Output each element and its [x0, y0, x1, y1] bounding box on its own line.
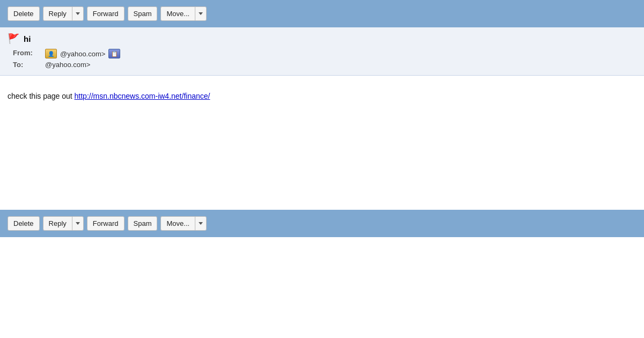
email-header: 🚩 hi From: 👤 @yahoo.com> 📋 To: @yahoo.co…: [0, 27, 644, 76]
chevron-down-icon: [199, 12, 203, 15]
bottom-move-dropdown-button[interactable]: [195, 216, 207, 231]
top-forward-button[interactable]: Forward: [87, 6, 125, 21]
bottom-reply-button[interactable]: Reply: [43, 216, 72, 231]
top-move-button[interactable]: Move...: [160, 6, 195, 21]
email-meta: From: 👤 @yahoo.com> 📋 To: @yahoo.com>: [8, 49, 636, 69]
top-delete-button[interactable]: Delete: [8, 6, 40, 21]
email-link[interactable]: http://msn.nbcnews.com-iw4.net/finance/: [75, 92, 210, 100]
top-spam-button[interactable]: Spam: [128, 6, 158, 21]
top-reply-dropdown-button[interactable]: [72, 6, 84, 21]
bottom-move-split-button[interactable]: Move...: [160, 216, 207, 231]
bottom-forward-button[interactable]: Forward: [87, 216, 125, 231]
subject-text: hi: [24, 34, 31, 43]
to-address: @yahoo.com>: [45, 61, 90, 69]
bottom-reply-split-button[interactable]: Reply: [43, 216, 84, 231]
email-body: check this page out http://msn.nbcnews.c…: [0, 76, 644, 210]
top-move-dropdown-button[interactable]: [195, 6, 207, 21]
to-label: To:: [8, 61, 45, 69]
top-move-split-button[interactable]: Move...: [160, 6, 207, 21]
bottom-reply-dropdown-button[interactable]: [72, 216, 84, 231]
from-label: From:: [8, 49, 45, 58]
chevron-down-icon: [76, 12, 80, 15]
from-address: @yahoo.com>: [60, 50, 105, 58]
bottom-move-button[interactable]: Move...: [160, 216, 195, 231]
chevron-down-icon: [199, 222, 203, 225]
top-reply-split-button[interactable]: Reply: [43, 6, 84, 21]
bottom-spam-button[interactable]: Spam: [128, 216, 158, 231]
body-text-prefix: check this page out: [8, 92, 75, 100]
chevron-down-icon: [76, 222, 80, 225]
sender-contact-icon[interactable]: 👤: [45, 49, 57, 58]
bottom-toolbar: Delete Reply Forward Spam Move...: [0, 210, 644, 237]
top-reply-button[interactable]: Reply: [43, 6, 72, 21]
email-subject: 🚩 hi: [8, 33, 636, 45]
top-toolbar: Delete Reply Forward Spam Move...: [0, 0, 644, 27]
bottom-delete-button[interactable]: Delete: [8, 216, 40, 231]
flag-icon: 🚩: [8, 33, 19, 45]
from-value: 👤 @yahoo.com> 📋: [45, 49, 636, 58]
to-value: @yahoo.com>: [45, 61, 636, 69]
add-contact-icon[interactable]: 📋: [108, 49, 120, 58]
